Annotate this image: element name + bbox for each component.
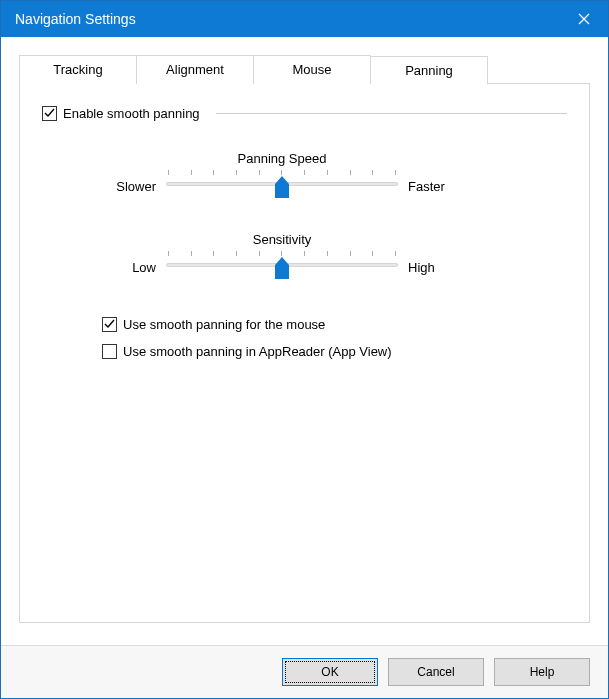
tab-panning[interactable]: Panning	[370, 56, 488, 85]
check-icon	[104, 319, 115, 330]
check-icon	[44, 108, 55, 119]
tab-label: Panning	[405, 63, 453, 78]
sensitivity-row: Low High	[102, 251, 462, 283]
close-icon	[578, 13, 590, 25]
smooth-appreader-label: Use smooth panning in AppReader (App Vie…	[123, 344, 392, 359]
titlebar: Navigation Settings	[1, 1, 608, 37]
tab-label: Mouse	[292, 62, 331, 77]
content-area: Tracking Alignment Mouse Panning Enable …	[1, 37, 608, 645]
cancel-button[interactable]: Cancel	[388, 658, 484, 686]
smooth-appreader-checkbox[interactable]	[102, 344, 117, 359]
panning-speed-slider[interactable]	[166, 170, 398, 202]
slider-thumb[interactable]	[275, 257, 289, 279]
help-button[interactable]: Help	[494, 658, 590, 686]
svg-marker-2	[275, 176, 289, 198]
panning-speed-left-label: Slower	[102, 179, 156, 194]
sensitivity-slider[interactable]	[166, 251, 398, 283]
sensitivity-right-label: High	[408, 260, 462, 275]
button-bar: OK Cancel Help	[1, 645, 608, 698]
smooth-mouse-checkbox[interactable]	[102, 317, 117, 332]
enable-smooth-panning-checkbox[interactable]	[42, 106, 57, 121]
separator	[216, 113, 567, 114]
panning-speed-title: Panning Speed	[102, 151, 462, 166]
settings-window: Navigation Settings Tracking Alignment M…	[0, 0, 609, 699]
window-title: Navigation Settings	[15, 11, 560, 27]
sensitivity-title: Sensitivity	[102, 232, 462, 247]
sensitivity-group: Sensitivity Low High	[102, 232, 462, 283]
enable-smooth-panning-label: Enable smooth panning	[63, 106, 200, 121]
tab-alignment[interactable]: Alignment	[136, 55, 254, 84]
panning-speed-group: Panning Speed Slower F	[102, 151, 462, 202]
tab-label: Tracking	[53, 62, 102, 77]
tab-mouse[interactable]: Mouse	[253, 55, 371, 84]
sub-options: Use smooth panning for the mouse Use smo…	[102, 317, 567, 359]
tab-tracking[interactable]: Tracking	[19, 55, 137, 84]
ok-button[interactable]: OK	[282, 658, 378, 686]
close-button[interactable]	[560, 1, 608, 37]
enable-row: Enable smooth panning	[42, 106, 567, 121]
panning-speed-right-label: Faster	[408, 179, 462, 194]
tab-panel-panning: Enable smooth panning Panning Speed Slow…	[19, 83, 590, 623]
smooth-mouse-row: Use smooth panning for the mouse	[102, 317, 567, 332]
smooth-appreader-row: Use smooth panning in AppReader (App Vie…	[102, 344, 567, 359]
panning-speed-row: Slower Faster	[102, 170, 462, 202]
tab-label: Alignment	[166, 62, 224, 77]
slider-thumb[interactable]	[275, 176, 289, 198]
sensitivity-left-label: Low	[102, 260, 156, 275]
smooth-mouse-label: Use smooth panning for the mouse	[123, 317, 325, 332]
tab-strip: Tracking Alignment Mouse Panning	[19, 55, 590, 84]
svg-marker-3	[275, 257, 289, 279]
